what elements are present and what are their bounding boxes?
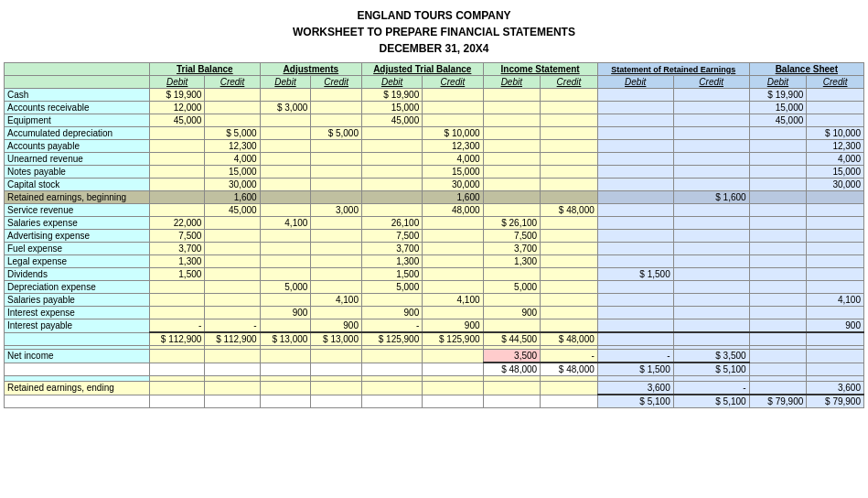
- data-cell: [311, 140, 362, 153]
- row-label: Interest expense: [5, 307, 150, 319]
- row-label: Service revenue: [5, 204, 150, 217]
- data-cell: $ 5,000: [205, 127, 260, 140]
- data-cell: 3,700: [483, 243, 541, 255]
- data-cell: 1,600: [423, 191, 483, 204]
- is-header: Income Statement: [483, 63, 597, 76]
- data-cell: 1,300: [150, 255, 205, 268]
- data-cell: [541, 89, 598, 102]
- data-cell: 3,700: [150, 243, 205, 255]
- data-cell: [597, 153, 673, 166]
- data-cell: -: [362, 319, 423, 333]
- net-income-re-credit: $ 3,500: [673, 350, 749, 363]
- data-cell: [483, 191, 541, 204]
- tb-credit-label: Credit: [205, 76, 260, 89]
- bs-cell: [749, 230, 807, 243]
- table-row: Interest expense900900900: [5, 307, 864, 319]
- data-cell: [673, 140, 749, 153]
- data-cell: 1,500: [362, 268, 423, 281]
- data-cell: [541, 243, 598, 255]
- data-cell: 12,300: [205, 140, 260, 153]
- data-cell: [260, 114, 311, 127]
- data-cell: [260, 89, 311, 102]
- data-cell: 900: [423, 319, 483, 333]
- data-cell: 15,000: [423, 166, 483, 179]
- net-income-is-debit: 3,500: [483, 350, 541, 363]
- data-cell: [597, 307, 673, 319]
- table-row: Retained earnings, beginning1,6001,600$ …: [5, 191, 864, 204]
- row-label: Accounts receivable: [5, 102, 150, 114]
- data-cell: [541, 319, 598, 333]
- tb-debit-label: Debit: [150, 76, 205, 89]
- dr-cr-row: Debit Credit Debit Credit Debit Credit D…: [5, 76, 864, 89]
- is-debit-label: Debit: [483, 76, 541, 89]
- totals-cell: $ 125,900: [423, 332, 483, 346]
- data-cell: [597, 127, 673, 140]
- data-cell: [311, 89, 362, 102]
- bs-cell: [807, 281, 864, 294]
- data-cell: [483, 140, 541, 153]
- totals-cell: [749, 332, 807, 346]
- totals-cell: $ 13,000: [311, 332, 362, 346]
- atb-header: Adjusted Trial Balance: [362, 63, 484, 76]
- data-cell: [311, 166, 362, 179]
- data-cell: [205, 294, 260, 307]
- data-cell: [483, 102, 541, 114]
- data-cell: [423, 89, 483, 102]
- data-cell: [205, 102, 260, 114]
- data-cell: [150, 166, 205, 179]
- data-cell: [597, 102, 673, 114]
- data-cell: [423, 114, 483, 127]
- data-cell: $ 1,600: [673, 191, 749, 204]
- data-cell: [311, 114, 362, 127]
- bs-cell: $ 10,000: [807, 127, 864, 140]
- data-cell: [597, 255, 673, 268]
- bs-cell: [807, 230, 864, 243]
- data-cell: [150, 153, 205, 166]
- adj-credit-label: Credit: [311, 76, 362, 89]
- data-cell: [423, 307, 483, 319]
- re-debit-label: Debit: [597, 76, 673, 89]
- table-body: Cash$ 19,900$ 19,900$ 19,900Accounts rec…: [5, 89, 864, 408]
- data-cell: [483, 166, 541, 179]
- data-cell: $ 5,000: [311, 127, 362, 140]
- data-cell: 45,000: [205, 204, 260, 217]
- data-cell: [483, 153, 541, 166]
- data-cell: 5,000: [483, 281, 541, 294]
- bs-cell: 4,000: [807, 153, 864, 166]
- row-label: Accounts payable: [5, 140, 150, 153]
- data-cell: [483, 179, 541, 191]
- data-cell: 45,000: [150, 114, 205, 127]
- data-cell: [673, 89, 749, 102]
- data-cell: [673, 255, 749, 268]
- data-cell: [311, 179, 362, 191]
- data-cell: [483, 114, 541, 127]
- data-cell: [597, 319, 673, 333]
- data-cell: [362, 179, 423, 191]
- data-cell: [483, 204, 541, 217]
- data-cell: [150, 140, 205, 153]
- data-cell: [423, 243, 483, 255]
- data-cell: [673, 230, 749, 243]
- data-cell: [150, 281, 205, 294]
- data-cell: [260, 127, 311, 140]
- is-credit-label: Credit: [541, 76, 598, 89]
- data-cell: [150, 127, 205, 140]
- bs-cell: 12,300: [807, 140, 864, 153]
- data-cell: [483, 268, 541, 281]
- data-cell: [311, 102, 362, 114]
- data-cell: 7,500: [362, 230, 423, 243]
- empty-drcr: [5, 76, 150, 89]
- data-cell: [597, 179, 673, 191]
- data-cell: [673, 127, 749, 140]
- data-cell: -: [205, 319, 260, 333]
- data-cell: [673, 153, 749, 166]
- totals-cell: $ 125,900: [362, 332, 423, 346]
- row-label: Salaries payable: [5, 294, 150, 307]
- bs-cell: [807, 255, 864, 268]
- data-cell: 4,000: [423, 153, 483, 166]
- data-cell: $ 1,500: [597, 268, 673, 281]
- title-line2: WORKSHEET TO PREPARE FINANCIAL STATEMENT…: [4, 24, 864, 40]
- row-label: Interest payable: [5, 319, 150, 333]
- page: ENGLAND TOURS COMPANY WORKSHEET TO PREPA…: [0, 0, 868, 416]
- data-cell: [362, 153, 423, 166]
